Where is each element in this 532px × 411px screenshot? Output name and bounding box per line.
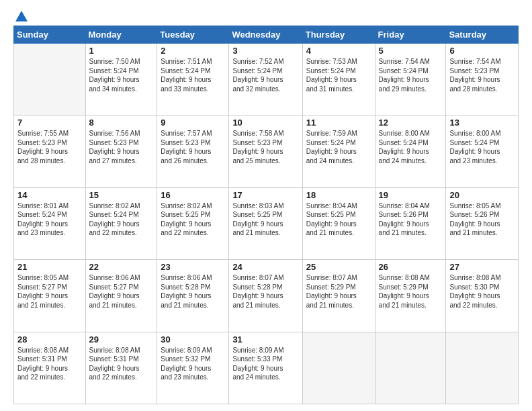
calendar-cell: 1Sunrise: 7:50 AM Sunset: 5:24 PM Daylig… xyxy=(85,44,157,116)
day-number: 3 xyxy=(232,46,298,56)
calendar-cell xyxy=(446,332,519,404)
day-info: Sunrise: 8:08 AM Sunset: 5:30 PM Dayligh… xyxy=(449,273,515,310)
calendar-cell: 9Sunrise: 7:57 AM Sunset: 5:23 PM Daylig… xyxy=(157,116,229,187)
day-number: 4 xyxy=(306,46,371,56)
day-info: Sunrise: 8:00 AM Sunset: 5:24 PM Dayligh… xyxy=(449,129,515,165)
day-number: 15 xyxy=(89,190,154,200)
calendar-week-row: 7Sunrise: 7:55 AM Sunset: 5:23 PM Daylig… xyxy=(14,116,519,187)
day-info: Sunrise: 8:04 AM Sunset: 5:26 PM Dayligh… xyxy=(379,201,443,238)
calendar-cell: 12Sunrise: 8:00 AM Sunset: 5:24 PM Dayli… xyxy=(375,116,446,187)
calendar-cell: 11Sunrise: 7:59 AM Sunset: 5:24 PM Dayli… xyxy=(302,116,375,187)
day-number: 20 xyxy=(449,190,515,200)
calendar-cell: 30Sunrise: 8:09 AM Sunset: 5:32 PM Dayli… xyxy=(157,332,229,404)
calendar-week-row: 14Sunrise: 8:01 AM Sunset: 5:24 PM Dayli… xyxy=(14,187,519,259)
day-info: Sunrise: 8:09 AM Sunset: 5:33 PM Dayligh… xyxy=(232,346,298,382)
day-number: 22 xyxy=(89,262,154,272)
day-number: 31 xyxy=(232,334,298,345)
day-info: Sunrise: 8:00 AM Sunset: 5:24 PM Dayligh… xyxy=(379,129,443,165)
calendar-cell: 21Sunrise: 8:05 AM Sunset: 5:27 PM Dayli… xyxy=(14,260,86,332)
calendar-cell: 22Sunrise: 8:06 AM Sunset: 5:27 PM Dayli… xyxy=(85,260,157,332)
calendar-cell: 27Sunrise: 8:08 AM Sunset: 5:30 PM Dayli… xyxy=(446,260,519,332)
day-number: 28 xyxy=(17,334,82,345)
calendar-cell: 15Sunrise: 8:02 AM Sunset: 5:24 PM Dayli… xyxy=(85,187,157,259)
day-number: 25 xyxy=(306,262,371,272)
calendar-cell: 18Sunrise: 8:04 AM Sunset: 5:25 PM Dayli… xyxy=(302,187,375,259)
day-info: Sunrise: 8:02 AM Sunset: 5:25 PM Dayligh… xyxy=(161,201,225,238)
day-number: 11 xyxy=(306,118,371,128)
header xyxy=(13,12,519,20)
day-number: 2 xyxy=(161,46,225,56)
day-info: Sunrise: 7:59 AM Sunset: 5:24 PM Dayligh… xyxy=(306,129,371,165)
calendar-week-row: 1Sunrise: 7:50 AM Sunset: 5:24 PM Daylig… xyxy=(14,44,519,116)
day-number: 16 xyxy=(161,190,225,200)
calendar-cell: 8Sunrise: 7:56 AM Sunset: 5:23 PM Daylig… xyxy=(85,116,157,187)
day-number: 21 xyxy=(17,262,82,272)
calendar-cell xyxy=(375,332,446,404)
weekday-header-friday: Friday xyxy=(375,26,446,44)
day-number: 9 xyxy=(161,118,225,128)
day-info: Sunrise: 7:56 AM Sunset: 5:23 PM Dayligh… xyxy=(89,129,154,165)
calendar-header-row: SundayMondayTuesdayWednesdayThursdayFrid… xyxy=(14,26,519,44)
day-info: Sunrise: 8:08 AM Sunset: 5:29 PM Dayligh… xyxy=(379,273,443,310)
day-number: 17 xyxy=(232,190,298,200)
day-number: 29 xyxy=(89,334,154,345)
day-info: Sunrise: 7:53 AM Sunset: 5:24 PM Dayligh… xyxy=(306,57,371,93)
calendar-cell: 13Sunrise: 8:00 AM Sunset: 5:24 PM Dayli… xyxy=(446,116,519,187)
day-info: Sunrise: 8:03 AM Sunset: 5:25 PM Dayligh… xyxy=(232,201,298,238)
calendar-cell: 5Sunrise: 7:54 AM Sunset: 5:24 PM Daylig… xyxy=(375,44,446,116)
day-info: Sunrise: 8:02 AM Sunset: 5:24 PM Dayligh… xyxy=(89,201,154,238)
calendar-cell: 6Sunrise: 7:54 AM Sunset: 5:23 PM Daylig… xyxy=(446,44,519,116)
day-info: Sunrise: 7:54 AM Sunset: 5:24 PM Dayligh… xyxy=(379,57,443,93)
weekday-header-sunday: Sunday xyxy=(14,26,86,44)
calendar-week-row: 21Sunrise: 8:05 AM Sunset: 5:27 PM Dayli… xyxy=(14,260,519,332)
day-info: Sunrise: 8:04 AM Sunset: 5:25 PM Dayligh… xyxy=(306,201,371,238)
day-number: 10 xyxy=(232,118,298,128)
weekday-header-tuesday: Tuesday xyxy=(157,26,229,44)
day-info: Sunrise: 8:08 AM Sunset: 5:31 PM Dayligh… xyxy=(17,346,82,382)
day-number: 19 xyxy=(379,190,443,200)
logo xyxy=(13,12,28,20)
calendar-cell: 10Sunrise: 7:58 AM Sunset: 5:23 PM Dayli… xyxy=(229,116,302,187)
day-number: 23 xyxy=(161,262,225,272)
calendar-cell: 24Sunrise: 8:07 AM Sunset: 5:28 PM Dayli… xyxy=(229,260,302,332)
day-number: 24 xyxy=(232,262,298,272)
day-number: 5 xyxy=(379,46,443,56)
day-info: Sunrise: 8:05 AM Sunset: 5:26 PM Dayligh… xyxy=(449,201,515,238)
calendar-cell: 25Sunrise: 8:07 AM Sunset: 5:29 PM Dayli… xyxy=(302,260,375,332)
calendar-cell: 17Sunrise: 8:03 AM Sunset: 5:25 PM Dayli… xyxy=(229,187,302,259)
calendar-cell: 23Sunrise: 8:06 AM Sunset: 5:28 PM Dayli… xyxy=(157,260,229,332)
calendar-cell: 2Sunrise: 7:51 AM Sunset: 5:24 PM Daylig… xyxy=(157,44,229,116)
day-info: Sunrise: 7:57 AM Sunset: 5:23 PM Dayligh… xyxy=(161,129,225,165)
calendar-cell: 31Sunrise: 8:09 AM Sunset: 5:33 PM Dayli… xyxy=(229,332,302,404)
calendar-cell: 26Sunrise: 8:08 AM Sunset: 5:29 PM Dayli… xyxy=(375,260,446,332)
day-info: Sunrise: 8:08 AM Sunset: 5:31 PM Dayligh… xyxy=(89,346,154,382)
day-info: Sunrise: 8:01 AM Sunset: 5:24 PM Dayligh… xyxy=(17,201,82,238)
day-number: 13 xyxy=(449,118,515,128)
day-number: 7 xyxy=(17,118,82,128)
day-info: Sunrise: 8:07 AM Sunset: 5:28 PM Dayligh… xyxy=(232,273,298,310)
logo-triangle-icon xyxy=(15,11,28,21)
day-info: Sunrise: 8:09 AM Sunset: 5:32 PM Dayligh… xyxy=(161,346,225,382)
weekday-header-thursday: Thursday xyxy=(302,26,375,44)
day-info: Sunrise: 7:54 AM Sunset: 5:23 PM Dayligh… xyxy=(449,57,515,93)
day-number: 30 xyxy=(161,334,225,345)
day-info: Sunrise: 7:50 AM Sunset: 5:24 PM Dayligh… xyxy=(89,57,154,93)
calendar-table: SundayMondayTuesdayWednesdayThursdayFrid… xyxy=(13,26,519,404)
weekday-header-monday: Monday xyxy=(85,26,157,44)
day-number: 8 xyxy=(89,118,154,128)
calendar-cell xyxy=(302,332,375,404)
page: SundayMondayTuesdayWednesdayThursdayFrid… xyxy=(0,0,532,411)
calendar-cell: 29Sunrise: 8:08 AM Sunset: 5:31 PM Dayli… xyxy=(85,332,157,404)
calendar-cell: 14Sunrise: 8:01 AM Sunset: 5:24 PM Dayli… xyxy=(14,187,86,259)
day-number: 12 xyxy=(379,118,443,128)
day-info: Sunrise: 7:52 AM Sunset: 5:24 PM Dayligh… xyxy=(232,57,298,93)
weekday-header-wednesday: Wednesday xyxy=(229,26,302,44)
calendar-week-row: 28Sunrise: 8:08 AM Sunset: 5:31 PM Dayli… xyxy=(14,332,519,404)
calendar-cell xyxy=(14,44,86,116)
calendar-cell: 4Sunrise: 7:53 AM Sunset: 5:24 PM Daylig… xyxy=(302,44,375,116)
day-info: Sunrise: 8:06 AM Sunset: 5:27 PM Dayligh… xyxy=(89,273,154,310)
calendar-cell: 19Sunrise: 8:04 AM Sunset: 5:26 PM Dayli… xyxy=(375,187,446,259)
day-number: 27 xyxy=(449,262,515,272)
day-number: 18 xyxy=(306,190,371,200)
calendar-cell: 7Sunrise: 7:55 AM Sunset: 5:23 PM Daylig… xyxy=(14,116,86,187)
